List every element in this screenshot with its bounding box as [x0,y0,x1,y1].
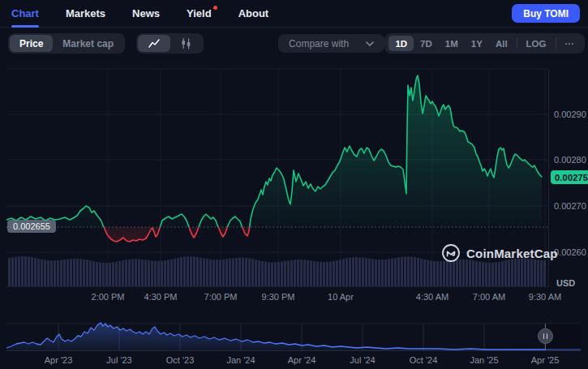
navigator-tick-label: Jan '24 [226,355,255,365]
tab-markets[interactable]: Markets [66,0,105,28]
x-tick-label: 2:00 PM [92,292,125,302]
y-tick-label: 0.00260 [554,247,586,257]
navigator-tick-label: Apr '24 [288,355,316,365]
line-chart-icon [148,38,160,49]
y-tick-label: 0.00280 [554,155,586,165]
price-chart-canvas [0,0,588,369]
x-tick-label: 7:00 PM [204,292,238,302]
range-7d[interactable]: 7D [414,36,439,51]
last-price-badge: 0.00275 [551,170,588,184]
range-1y[interactable]: 1Y [465,36,489,51]
compare-with-label: Compare with [289,38,349,49]
y-tick-label: 0.00270 [554,201,586,211]
candlestick-chart-icon [181,37,191,49]
tab-label: Chart [11,7,39,19]
range-1m[interactable]: 1M [439,36,465,51]
metric-toggle: PriceMarket cap [8,33,125,54]
coin-chart-page: ChartMarketsNewsYieldAbout Buy TOMI Pric… [0,0,588,369]
navigator-tick-label: Jul '24 [350,355,375,365]
x-tick-label: 10 Apr [328,292,354,302]
tab-chart[interactable]: Chart [11,0,39,28]
navigator-tick-label: Oct '23 [166,355,195,365]
watermark-text: CoinMarketCap [466,247,558,260]
chart-type-candlestick-chart[interactable] [170,35,202,52]
tab-label: About [238,7,269,19]
tab-news[interactable]: News [132,0,160,28]
navigator-tick-label: Apr '23 [45,355,73,365]
chart-toolbar: PriceMarket cap Compare with 1D7D1M1YAll… [8,33,585,54]
tab-yield[interactable]: Yield [187,0,212,28]
nav-tabs: ChartMarketsNewsYieldAbout [11,0,295,28]
more-options-button[interactable]: ··· [559,36,582,51]
tab-label: News [132,7,160,19]
navigator-tick-label: Jan '25 [470,355,498,365]
range-all[interactable]: All [489,36,514,51]
axis-unit-label: USD [556,278,575,288]
metric-option-price[interactable]: Price [10,35,53,52]
range-selector: 1D7D1M1YAllLOG··· [384,33,585,54]
tab-label: Yield [187,7,212,19]
previous-close-label: 0.002655 [7,220,56,233]
coinmarketcap-watermark: CoinMarketCap [441,243,558,263]
range-1d[interactable]: 1D [388,36,414,51]
tab-label: Markets [66,7,105,19]
metric-option-market-cap[interactable]: Market cap [53,35,123,52]
coinmarketcap-logo-icon [441,243,461,263]
navigator-tick-label: Oct '24 [410,355,438,365]
log-scale-button[interactable]: LOG [520,36,553,51]
notification-dot [213,6,217,10]
compare-with-dropdown[interactable]: Compare with [278,34,384,53]
navigator-tick-label: Apr '25 [531,355,560,365]
y-tick-label: 0.00290 [554,109,586,119]
x-tick-label: 4:30 AM [416,292,449,302]
tab-about[interactable]: About [238,0,269,28]
chevron-down-icon [366,41,374,46]
navigator-range-handle[interactable] [538,328,553,344]
page-header: ChartMarketsNewsYieldAbout Buy TOMI [0,0,588,28]
chart-type-line-chart[interactable] [138,35,170,52]
navigator-tick-label: Jul '23 [106,355,131,365]
divider [517,38,517,49]
x-tick-label: 7:00 AM [473,292,505,302]
divider [556,38,556,49]
x-tick-label: 4:30 PM [144,292,178,302]
buy-tomi-button[interactable]: Buy TOMI [512,4,580,23]
x-tick-label: 9:30 AM [529,292,561,302]
chart-type-toggle [136,33,204,54]
x-tick-label: 9:30 PM [262,292,295,302]
